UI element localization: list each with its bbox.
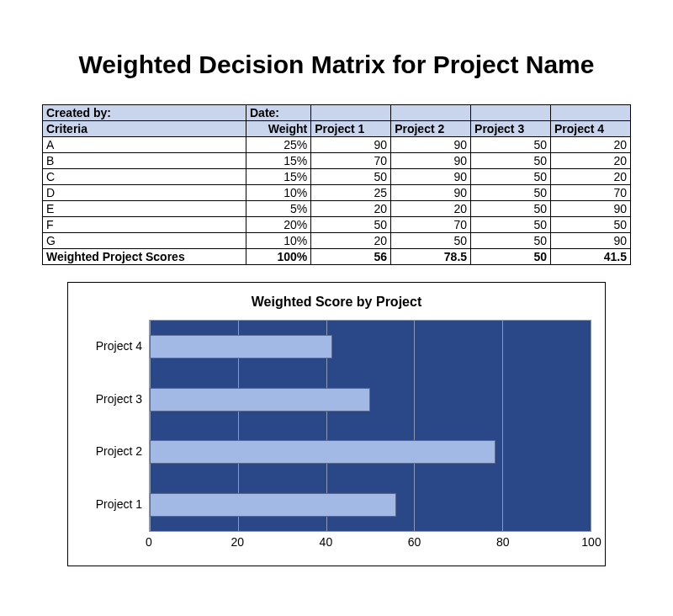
cell-criteria: E bbox=[43, 201, 246, 217]
table-row: C15%50905020 bbox=[43, 169, 631, 185]
cell-weight: 5% bbox=[246, 201, 311, 217]
decision-matrix-table: Created by: Date: Criteria Weight Projec… bbox=[42, 104, 631, 265]
chart-gridline bbox=[591, 321, 591, 531]
col-project-3: Project 3 bbox=[471, 121, 551, 137]
cell-criteria: D bbox=[43, 185, 246, 201]
chart-x-tick: 40 bbox=[320, 535, 333, 549]
chart-x-tick: 100 bbox=[581, 535, 601, 549]
cell-weight: 15% bbox=[246, 153, 311, 169]
totals-p3: 50 bbox=[471, 249, 551, 265]
cell-p3: 50 bbox=[471, 217, 551, 233]
chart-y-axis: Project 4Project 3Project 2Project 1 bbox=[82, 320, 149, 530]
totals-p2: 78.5 bbox=[391, 249, 471, 265]
chart-x-tick: 0 bbox=[146, 535, 152, 549]
cell-criteria: B bbox=[43, 153, 246, 169]
col-project-2: Project 2 bbox=[391, 121, 471, 137]
table-row: F20%50705050 bbox=[43, 217, 631, 233]
cell-p2: 20 bbox=[391, 201, 471, 217]
chart-x-tick: 80 bbox=[496, 535, 510, 549]
cell-p2: 90 bbox=[391, 137, 471, 153]
totals-weight: 100% bbox=[246, 249, 311, 265]
totals-row: Weighted Project Scores 100% 56 78.5 50 … bbox=[43, 249, 631, 265]
chart-y-label: Project 3 bbox=[96, 392, 142, 406]
table-row: E5%20205090 bbox=[43, 201, 631, 217]
cell-criteria: A bbox=[43, 137, 246, 153]
cell-p4: 20 bbox=[551, 153, 631, 169]
chart-bar bbox=[150, 335, 332, 358]
chart-y-label: Project 4 bbox=[96, 339, 142, 353]
cell-p3: 50 bbox=[471, 137, 551, 153]
meta-row: Created by: Date: bbox=[43, 105, 631, 121]
cell-p4: 50 bbox=[551, 217, 631, 233]
table-row: G10%20505090 bbox=[43, 233, 631, 249]
col-project-1: Project 1 bbox=[311, 121, 391, 137]
cell-criteria: G bbox=[43, 233, 246, 249]
chart-x-axis: 020406080100 bbox=[149, 532, 591, 552]
cell-p4: 70 bbox=[551, 185, 631, 201]
chart-x-tick: 20 bbox=[231, 535, 244, 549]
cell-p2: 50 bbox=[391, 233, 471, 249]
table-row: D10%25905070 bbox=[43, 185, 631, 201]
chart-plot-area bbox=[149, 320, 591, 532]
cell-p2: 90 bbox=[391, 153, 471, 169]
chart-y-label: Project 2 bbox=[96, 444, 142, 458]
date-label: Date: bbox=[246, 105, 311, 121]
col-criteria: Criteria bbox=[43, 121, 246, 137]
cell-weight: 15% bbox=[246, 169, 311, 185]
cell-criteria: F bbox=[43, 217, 246, 233]
page-title: Weighted Decision Matrix for Project Nam… bbox=[42, 50, 631, 79]
cell-p1: 90 bbox=[311, 137, 391, 153]
cell-p3: 50 bbox=[471, 185, 551, 201]
cell-p1: 50 bbox=[311, 169, 391, 185]
table-row: A25%90905020 bbox=[43, 137, 631, 153]
cell-p3: 50 bbox=[471, 201, 551, 217]
created-by-label: Created by: bbox=[43, 105, 246, 121]
cell-weight: 10% bbox=[246, 233, 311, 249]
cell-p2: 70 bbox=[391, 217, 471, 233]
cell-p3: 50 bbox=[471, 169, 551, 185]
cell-p1: 25 bbox=[311, 185, 391, 201]
cell-p3: 50 bbox=[471, 153, 551, 169]
cell-weight: 25% bbox=[246, 137, 311, 153]
chart-bar bbox=[150, 440, 495, 464]
cell-p4: 90 bbox=[551, 233, 631, 249]
chart-bar bbox=[150, 388, 370, 412]
chart-gridline bbox=[414, 321, 415, 531]
chart-title: Weighted Score by Project bbox=[82, 295, 591, 310]
cell-p2: 90 bbox=[391, 185, 471, 201]
header-row: Criteria Weight Project 1 Project 2 Proj… bbox=[43, 121, 631, 137]
table-row: B15%70905020 bbox=[43, 153, 631, 169]
totals-label: Weighted Project Scores bbox=[43, 249, 246, 265]
chart-y-label: Project 1 bbox=[96, 497, 142, 511]
chart-x-tick: 60 bbox=[408, 535, 421, 549]
cell-p1: 70 bbox=[311, 153, 391, 169]
cell-weight: 10% bbox=[246, 185, 311, 201]
cell-criteria: C bbox=[43, 169, 246, 185]
cell-p1: 50 bbox=[311, 217, 391, 233]
cell-p1: 20 bbox=[311, 233, 391, 249]
totals-p1: 56 bbox=[311, 249, 391, 265]
cell-p4: 20 bbox=[551, 169, 631, 185]
cell-weight: 20% bbox=[246, 217, 311, 233]
chart-bar bbox=[150, 493, 396, 517]
chart-gridline bbox=[502, 321, 503, 531]
totals-p4: 41.5 bbox=[551, 249, 631, 265]
cell-p4: 90 bbox=[551, 201, 631, 217]
cell-p2: 90 bbox=[391, 169, 471, 185]
col-project-4: Project 4 bbox=[551, 121, 631, 137]
chart-container: Weighted Score by Project Project 4Proje… bbox=[67, 282, 606, 566]
cell-p1: 20 bbox=[311, 201, 391, 217]
cell-p4: 20 bbox=[551, 137, 631, 153]
cell-p3: 50 bbox=[471, 233, 551, 249]
col-weight: Weight bbox=[246, 121, 311, 137]
